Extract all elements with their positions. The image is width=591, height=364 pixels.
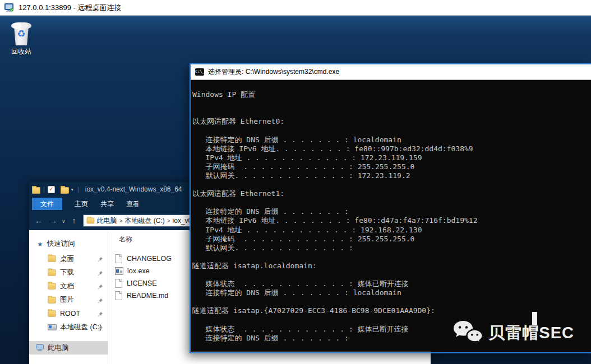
tab-share[interactable]: 共享 <box>100 199 114 209</box>
pin-icon <box>98 311 103 319</box>
breadcrumb-separator: > <box>119 218 123 224</box>
file-row-readme[interactable]: README.md <box>115 290 168 302</box>
ipconfig-output: Windows IP 配置 以太网适配器 Ethernet0: 连接特定的 DN… <box>191 80 591 343</box>
downloads-folder-icon <box>48 269 56 276</box>
file-row-iox-exe[interactable]: iox.exe <box>115 265 150 277</box>
explorer-app-folder-icon <box>32 187 40 194</box>
sidebar-item-label: 桌面 <box>60 254 74 264</box>
up-arrow-icon[interactable]: ↑ <box>72 216 76 225</box>
sidebar-item-root[interactable]: ROOT <box>29 307 108 321</box>
qat-separator: | <box>77 186 79 193</box>
pin-icon <box>98 256 103 264</box>
this-pc-label: 此电脑 <box>48 343 69 353</box>
qat-properties-checkbox-icon[interactable]: ✓ <box>48 186 55 193</box>
wechat-icon <box>451 319 484 347</box>
documents-folder-icon <box>48 283 56 290</box>
sidebar-item-label: 图片 <box>60 295 74 305</box>
executable-icon <box>115 267 123 275</box>
pictures-folder-icon <box>48 297 56 303</box>
sidebar-item-desktop[interactable]: 桌面 <box>29 252 108 266</box>
file-row-changelog[interactable]: CHANGELOG <box>115 253 172 265</box>
pin-icon <box>98 325 103 333</box>
sidebar-item-documents[interactable]: 文档 <box>29 279 108 293</box>
explorer-sidebar: ★ 快速访问 桌面 下载 <box>29 230 108 364</box>
rdp-session-screen: 127.0.0.1:33899 - 远程桌面连接 ♻ 回收站 | ✓ ▾ | i… <box>0 0 591 364</box>
quick-access-star-icon: ★ <box>37 240 43 248</box>
file-name: iox.exe <box>127 267 150 275</box>
column-header-name[interactable]: 名称 <box>119 235 132 244</box>
pin-icon <box>98 270 103 278</box>
folder-icon <box>48 311 56 317</box>
tab-file[interactable]: 文件 <box>32 198 62 210</box>
drive-icon <box>48 324 57 330</box>
breadcrumb-local-disk[interactable]: 本地磁盘 (C:) <box>124 216 164 226</box>
tab-view[interactable]: 查看 <box>126 199 140 209</box>
qat-dropdown-icon[interactable]: ▾ <box>71 187 73 192</box>
sidebar-item-label: 下载 <box>60 268 74 277</box>
recycle-bin-icon: ♻ <box>11 21 31 46</box>
recent-locations-dropdown-icon[interactable]: ∨ <box>62 218 66 224</box>
pin-icon <box>98 297 103 305</box>
cmd-prompt-icon: C:\_ <box>195 68 204 76</box>
file-name: CHANGELOG <box>127 255 172 263</box>
console-output-area[interactable]: Windows IP 配置 以太网适配器 Ethernet0: 连接特定的 DN… <box>191 80 591 352</box>
forward-arrow-icon[interactable]: → <box>49 216 57 225</box>
back-arrow-icon[interactable]: ← <box>35 216 43 225</box>
file-icon <box>115 254 122 263</box>
recycle-symbol-icon: ♻ <box>11 28 31 40</box>
sidebar-item-label: 本地磁盘 (C:) <box>60 323 101 332</box>
file-name: LICENSE <box>127 279 157 287</box>
watermark-text: 贝雷帽SEC <box>488 322 574 344</box>
file-icon <box>115 279 122 288</box>
pin-icon <box>98 283 103 291</box>
breadcrumb-this-pc[interactable]: 此电脑 <box>97 216 117 226</box>
explorer-window-title: iox_v0.4-next_Windows_x86_64 <box>85 185 182 193</box>
address-folder-icon <box>86 218 94 224</box>
sidebar-item-quick-access[interactable]: ★ 快速访问 <box>37 239 108 249</box>
sidebar-item-label: 文档 <box>60 282 74 291</box>
sidebar-item-pictures[interactable]: 图片 <box>29 293 108 307</box>
watermark: 贝雷帽SEC <box>451 319 574 347</box>
remote-desktop-icon <box>4 3 14 12</box>
tab-home[interactable]: 主页 <box>75 199 88 209</box>
breadcrumb-separator: > <box>167 218 170 224</box>
desktop-folder-icon <box>48 256 56 262</box>
cmd-window: C:\_ 选择管理员: C:\Windows\system32\cmd.exe … <box>190 63 591 353</box>
sidebar-item-this-pc[interactable]: 此电脑 <box>29 341 108 354</box>
this-pc-monitor-icon <box>36 344 44 351</box>
recycle-bin-label: 回收站 <box>6 47 37 57</box>
file-icon <box>115 291 122 300</box>
qat-separator: | <box>43 186 45 193</box>
quick-access-label: 快速访问 <box>47 239 75 249</box>
sidebar-item-downloads[interactable]: 下载 <box>29 266 108 280</box>
cmd-titlebar[interactable]: C:\_ 选择管理员: C:\Windows\system32\cmd.exe <box>191 64 591 80</box>
rdp-titlebar[interactable]: 127.0.0.1:33899 - 远程桌面连接 <box>0 0 591 16</box>
qat-new-folder-icon[interactable] <box>61 187 69 194</box>
file-name: README.md <box>127 292 168 300</box>
rdp-title: 127.0.0.1:33899 - 远程桌面连接 <box>19 3 122 13</box>
file-row-license[interactable]: LICENSE <box>115 277 157 290</box>
cmd-window-title: 选择管理员: C:\Windows\system32\cmd.exe <box>208 67 339 77</box>
recycle-bin-shortcut[interactable]: ♻ 回收站 <box>6 21 37 59</box>
sidebar-item-local-disk-c[interactable]: 本地磁盘 (C:) <box>29 321 108 335</box>
sidebar-item-label: ROOT <box>60 310 80 318</box>
